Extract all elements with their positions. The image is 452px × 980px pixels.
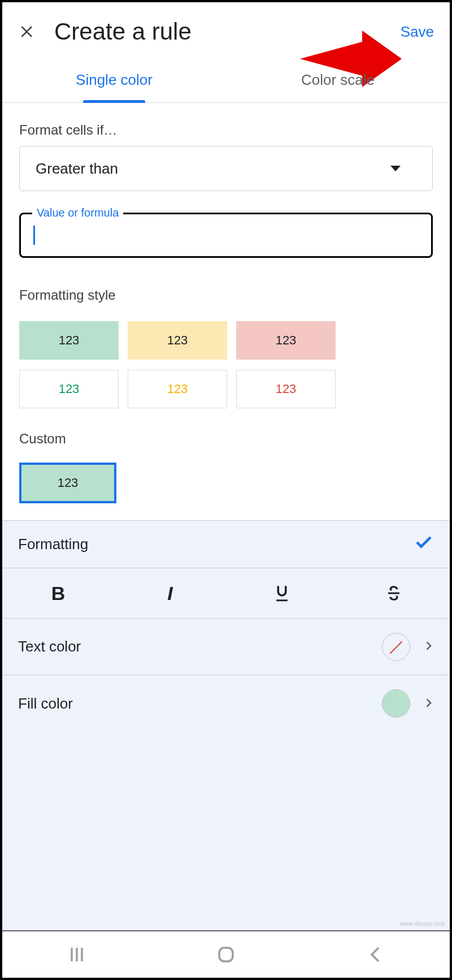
android-nav-bar [2, 930, 450, 978]
value-input[interactable]: Value or formula [19, 213, 433, 258]
preset-custom[interactable]: 123 [19, 463, 116, 503]
fill-color-swatch [382, 689, 410, 718]
text-cursor [33, 226, 35, 245]
preset-red-text[interactable]: 123 [236, 370, 336, 408]
value-input-label: Value or formula [32, 206, 123, 219]
tab-bar: Single color Color scale [2, 57, 450, 103]
save-button[interactable]: Save [401, 23, 434, 41]
panel-spacer [2, 732, 450, 930]
tab-single-color[interactable]: Single color [2, 57, 226, 102]
fill-color-label: Fill color [18, 695, 73, 713]
tab-color-scale[interactable]: Color scale [226, 57, 450, 102]
chevron-right-icon [423, 638, 434, 655]
text-color-row[interactable]: Text color [2, 619, 450, 675]
nav-recents-icon[interactable] [60, 938, 94, 972]
svg-rect-1 [219, 948, 233, 961]
formatting-style-label: Formatting style [2, 258, 450, 311]
preset-red-fill[interactable]: 123 [236, 321, 336, 360]
preset-green-text[interactable]: 123 [19, 370, 119, 408]
chevron-right-icon [423, 695, 434, 713]
close-icon[interactable] [18, 22, 37, 41]
text-style-toolbar: B I [2, 568, 450, 619]
underline-button[interactable] [226, 568, 338, 618]
text-color-swatch [382, 633, 410, 661]
formatting-panel-header: Formatting [2, 521, 450, 568]
condition-select-value: Greater than [36, 160, 118, 178]
bold-button[interactable]: B [2, 568, 114, 618]
preset-green-fill[interactable]: 123 [19, 321, 119, 360]
check-icon[interactable] [414, 532, 434, 556]
page-title: Create a rule [54, 18, 401, 45]
watermark: www.deuaq.com [400, 921, 445, 927]
preset-yellow-fill[interactable]: 123 [128, 321, 227, 360]
condition-select[interactable]: Greater than [19, 146, 433, 191]
text-color-label: Text color [18, 638, 81, 655]
strikethrough-button[interactable] [338, 568, 450, 618]
style-presets: 123 123 123 123 123 123 [2, 311, 450, 408]
formatting-panel: Formatting B I Text color [2, 520, 450, 732]
nav-home-icon[interactable] [209, 938, 243, 972]
fill-color-row[interactable]: Fill color [2, 675, 450, 732]
chevron-down-icon [390, 166, 401, 171]
preset-yellow-text[interactable]: 123 [128, 370, 227, 408]
formatting-panel-title: Formatting [18, 536, 88, 553]
format-cells-label: Format cells if… [2, 103, 450, 146]
italic-button[interactable]: I [114, 568, 226, 618]
custom-label: Custom [2, 408, 450, 455]
nav-back-icon[interactable] [358, 938, 392, 972]
